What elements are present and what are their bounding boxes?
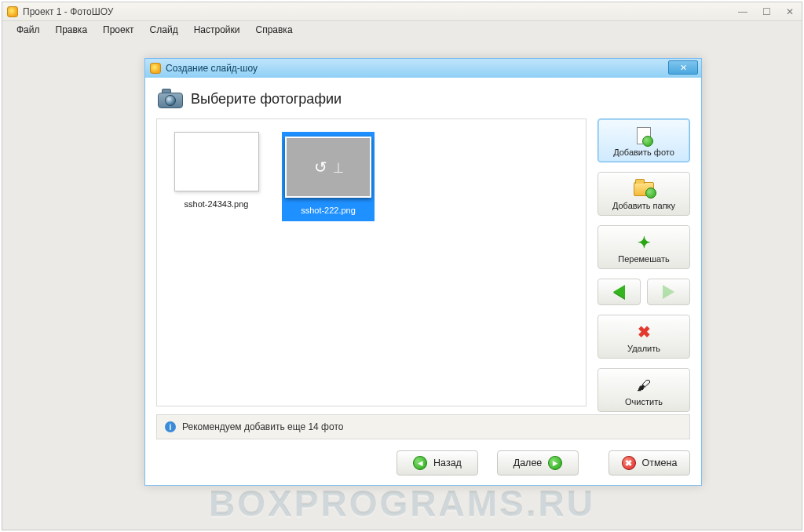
watermark: BOXPROGRAMS.RU [2,483,802,525]
back-label: Назад [433,457,462,468]
add-photo-icon: + [637,127,651,144]
menu-help[interactable]: Справка [247,23,300,37]
dialog-heading: Выберите фотографии [191,91,342,107]
dialog-footer: ◄ Назад Далее ► ✖ Отмена [156,450,690,476]
menu-bar: Файл Правка Проект Слайд Настройки Справ… [2,21,802,38]
add-folder-button[interactable]: Добавить папку [598,172,690,216]
maximize-button[interactable]: ☐ [755,4,778,20]
cancel-button[interactable]: ✖ Отмена [608,450,690,476]
info-icon: i [165,421,176,432]
dialog-close-button[interactable]: ✕ [668,60,698,75]
add-folder-icon [634,182,654,196]
add-photo-label: Добавить фото [613,148,674,157]
thumbnail-tools: ↺ ⟂ [287,138,370,196]
next-icon: ► [548,456,562,470]
camera-icon [158,89,183,109]
thumbnail-item[interactable]: sshot-24343.png [171,132,261,221]
thumbnail-caption: sshot-222.png [285,206,371,215]
clear-icon: 🖌 [637,377,651,394]
menu-settings[interactable]: Настройки [186,23,248,37]
dialog-app-icon [150,63,161,74]
main-titlebar: Проект 1 - ФотоШОУ — ☐ ✕ [2,2,802,21]
menu-edit[interactable]: Правка [48,23,96,37]
info-text: Рекомендуем добавить еще 14 фото [182,421,343,432]
thumbnail-item-selected[interactable]: ↺ ⟂ sshot-222.png [282,132,375,221]
thumbnail-area[interactable]: sshot-24343.png ↺ ⟂ sshot-222.png [156,118,587,406]
thumbnail-caption: sshot-24343.png [171,199,261,209]
move-left-button[interactable] [598,279,641,305]
add-photo-button[interactable]: + Добавить фото [598,118,690,162]
close-button[interactable]: ✕ [778,4,802,20]
clear-label: Очистить [625,397,663,406]
next-button[interactable]: Далее ► [497,450,579,476]
back-icon: ◄ [413,456,427,470]
back-button[interactable]: ◄ Назад [397,450,478,476]
app-icon [7,6,18,17]
window-title: Проект 1 - ФотоШОУ [23,6,113,17]
arrow-right-icon [663,285,674,299]
shuffle-icon: ✦ [638,233,651,252]
main-window: Проект 1 - ФотоШОУ — ☐ ✕ Файл Правка Про… [2,2,802,530]
arrow-left-icon [613,285,625,299]
crop-icon[interactable]: ⟂ [334,159,343,177]
dialog-titlebar: Создание слайд-шоу ✕ [145,59,701,78]
create-slideshow-dialog: Создание слайд-шоу ✕ Выберите фотографии… [144,58,702,486]
menu-slide[interactable]: Слайд [142,23,186,37]
thumbnail-image: ↺ ⟂ [285,137,371,198]
next-label: Далее [513,457,543,468]
minimize-button[interactable]: — [731,4,755,20]
dialog-header: Выберите фотографии [156,86,690,118]
clear-button[interactable]: 🖌 Очистить [598,368,690,412]
delete-label: Удалить [627,344,660,353]
add-folder-label: Добавить папку [612,201,675,210]
rotate-icon[interactable]: ↺ [314,158,327,177]
shuffle-label: Перемешать [618,254,669,264]
side-panel: + Добавить фото Добавить папку ✦ Перемеш… [598,118,690,406]
move-right-button[interactable] [647,279,690,305]
delete-icon: ✖ [638,322,651,341]
dialog-title: Создание слайд-шоу [166,63,258,74]
menu-file[interactable]: Файл [9,23,48,37]
shuffle-button[interactable]: ✦ Перемешать [598,225,690,269]
thumbnail-image [174,132,259,191]
info-bar: i Рекомендуем добавить еще 14 фото [156,414,690,439]
delete-button[interactable]: ✖ Удалить [598,315,690,359]
cancel-icon: ✖ [622,456,636,470]
cancel-label: Отмена [642,457,678,468]
menu-project[interactable]: Проект [95,23,142,37]
